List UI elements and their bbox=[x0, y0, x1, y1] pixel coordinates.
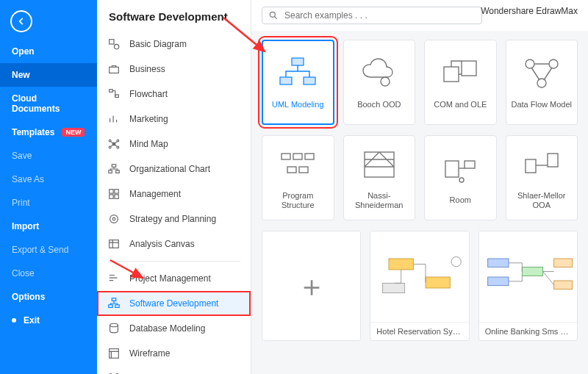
sidebar-item-open[interactable]: Open bbox=[0, 40, 97, 63]
category-item-database-modeling[interactable]: Database Modeling bbox=[97, 316, 251, 341]
category-item-strategy-and-planning[interactable]: Strategy and Planning bbox=[97, 206, 251, 231]
new-badge: NEW bbox=[62, 128, 85, 137]
dfm-thumb-icon bbox=[521, 54, 562, 93]
sm-thumb-icon bbox=[521, 145, 562, 184]
sidebar-item-print[interactable]: Print bbox=[0, 191, 97, 215]
category-item-label: Strategy and Planning bbox=[129, 214, 216, 224]
bullet-icon bbox=[12, 318, 16, 323]
template-gallery: UML ModelingBooch OODCOM and OLEData Flo… bbox=[251, 31, 588, 374]
svg-point-46 bbox=[459, 178, 464, 182]
diagram-type-nassi-shneiderman[interactable]: Nassi-Shneiderman bbox=[343, 135, 416, 220]
svg-rect-50 bbox=[426, 277, 450, 288]
diagram-type-com-and-ole[interactable]: COM and OLE bbox=[424, 40, 496, 125]
file-sidebar: OpenNewCloud DocumentsTemplatesNEWSaveSa… bbox=[0, 0, 97, 374]
sidebar-item-export-send[interactable]: Export & Send bbox=[0, 238, 97, 262]
category-item-label: Software Development bbox=[129, 298, 218, 309]
sidebar-item-save-as[interactable]: Save As bbox=[0, 168, 97, 191]
category-item-label: Analysis Canvas bbox=[129, 239, 195, 249]
category-item-business[interactable]: Business bbox=[97, 57, 251, 82]
sidebar-item-label: Exit bbox=[24, 315, 40, 326]
svg-point-37 bbox=[537, 79, 546, 87]
svg-rect-53 bbox=[487, 259, 508, 267]
category-item-network[interactable]: Network bbox=[97, 366, 251, 374]
template-label: Hotel Reservation System bbox=[370, 322, 468, 340]
sidebar-item-label: Close bbox=[12, 268, 35, 278]
sidebar-item-label: Templates bbox=[12, 127, 54, 137]
card-label: Nassi-Shneiderman bbox=[348, 191, 411, 210]
svg-rect-2 bbox=[110, 67, 119, 73]
svg-rect-42 bbox=[299, 167, 308, 173]
category-item-wireframe[interactable]: Wireframe bbox=[97, 341, 251, 366]
category-item-label: Management bbox=[129, 189, 181, 199]
sidebar-item-close[interactable]: Close bbox=[0, 262, 97, 285]
sidebar-item-new[interactable]: New bbox=[0, 63, 97, 87]
category-item-label: Project Management bbox=[129, 273, 211, 284]
shapes-icon bbox=[107, 37, 121, 51]
category-item-label: Wireframe bbox=[129, 348, 170, 359]
svg-rect-22 bbox=[115, 305, 119, 308]
svg-rect-29 bbox=[292, 58, 304, 65]
org-icon bbox=[107, 162, 121, 176]
svg-point-35 bbox=[526, 60, 534, 68]
brand-label: Wondershare EdrawMax bbox=[481, 6, 578, 16]
bars-icon bbox=[107, 112, 121, 126]
category-item-management[interactable]: Management bbox=[97, 181, 251, 206]
category-item-analysis-canvas[interactable]: Analysis Canvas bbox=[97, 231, 251, 256]
category-item-project-management[interactable]: Project Management bbox=[97, 266, 251, 291]
svg-rect-21 bbox=[109, 305, 112, 308]
svg-rect-19 bbox=[110, 240, 119, 248]
svg-rect-33 bbox=[444, 67, 459, 82]
diagram-type-data-flow-model[interactable]: Data Flow Model bbox=[506, 40, 578, 125]
category-item-marketing[interactable]: Marketing bbox=[97, 107, 251, 132]
svg-rect-54 bbox=[487, 277, 508, 286]
blank-template[interactable]: ＋ bbox=[262, 231, 361, 341]
db-icon bbox=[107, 322, 121, 335]
template-thumb bbox=[479, 231, 577, 322]
ps-thumb-icon bbox=[277, 145, 318, 184]
target-icon bbox=[107, 212, 121, 226]
diagram-type-room[interactable]: Room bbox=[424, 135, 497, 220]
category-item-mind-map[interactable]: Mind Map bbox=[97, 132, 251, 157]
diagram-type-program-structure[interactable]: Program Structure bbox=[262, 135, 334, 220]
search-input[interactable] bbox=[284, 10, 476, 21]
category-divider bbox=[107, 261, 240, 262]
uml-thumb-icon bbox=[277, 54, 318, 93]
category-item-software-development[interactable]: Software Development bbox=[97, 291, 251, 316]
category-item-flowchart[interactable]: Flowchart bbox=[97, 82, 251, 107]
diagram-type-booch-ood[interactable]: Booch OOD bbox=[343, 40, 415, 125]
template-online-banking-sms-customer[interactable]: Online Banking Sms Customer bbox=[478, 231, 578, 341]
category-item-basic-diagram[interactable]: Basic Diagram bbox=[97, 32, 251, 57]
sidebar-item-import[interactable]: Import bbox=[0, 215, 97, 238]
diagram-type-shlaer-mellor-ooa[interactable]: Shlaer-Mellor OOA bbox=[506, 135, 578, 220]
diagram-type-uml-modeling[interactable]: UML Modeling bbox=[262, 40, 334, 125]
svg-point-18 bbox=[112, 217, 115, 220]
category-title: Software Development bbox=[97, 0, 251, 32]
category-item-label: Basic Diagram bbox=[129, 39, 187, 49]
mind-icon bbox=[107, 137, 121, 151]
sidebar-item-cloud-documents[interactable]: Cloud Documents bbox=[0, 87, 97, 121]
svg-rect-10 bbox=[112, 165, 115, 168]
sidebar-item-label: Export & Send bbox=[12, 245, 68, 255]
svg-rect-41 bbox=[287, 167, 296, 173]
room-thumb-icon bbox=[440, 150, 481, 188]
sidebar-item-options[interactable]: Options bbox=[0, 285, 97, 309]
category-item-organizational-chart[interactable]: Organizational Chart bbox=[97, 157, 251, 181]
svg-rect-47 bbox=[526, 159, 536, 173]
sidebar-item-label: Cloud Documents bbox=[12, 93, 85, 114]
svg-rect-40 bbox=[305, 154, 314, 159]
svg-rect-31 bbox=[304, 77, 315, 84]
svg-rect-13 bbox=[110, 190, 113, 193]
sidebar-item-exit[interactable]: Exit bbox=[0, 309, 97, 332]
search-box[interactable] bbox=[262, 7, 482, 24]
category-item-label: Organizational Chart bbox=[129, 164, 210, 174]
svg-rect-15 bbox=[110, 195, 113, 198]
back-button[interactable] bbox=[10, 10, 32, 32]
template-hotel-reservation-system[interactable]: Hotel Reservation System bbox=[370, 231, 469, 341]
svg-point-52 bbox=[451, 256, 461, 266]
card-label: Data Flow Model bbox=[512, 100, 573, 109]
sidebar-item-templates[interactable]: TemplatesNEW bbox=[0, 121, 97, 144]
card-label: Shlaer-Mellor OOA bbox=[511, 191, 573, 210]
svg-rect-48 bbox=[548, 154, 558, 167]
sidebar-item-save[interactable]: Save bbox=[0, 144, 97, 168]
svg-rect-38 bbox=[282, 154, 290, 159]
